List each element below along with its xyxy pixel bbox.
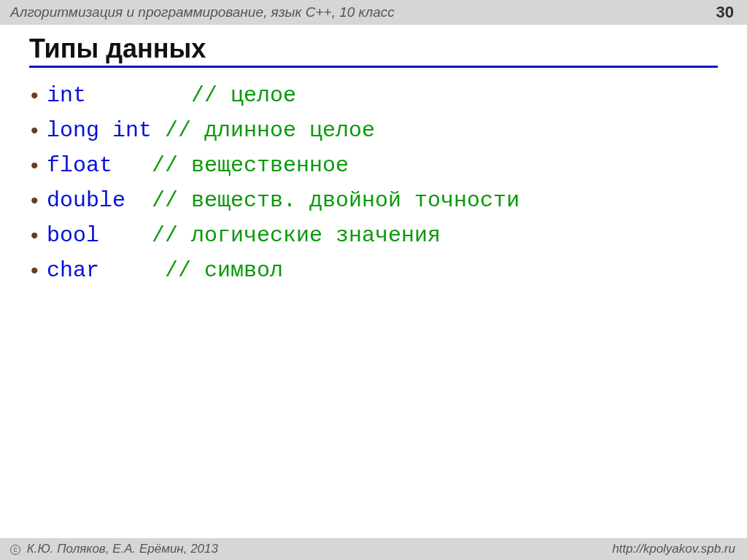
bullet-icon: •: [31, 113, 39, 148]
bullet-icon: •: [31, 183, 39, 218]
list-item: •long int // длинное целое: [47, 113, 718, 148]
copyright: c К.Ю. Поляков, Е.А. Ерёмин, 2013: [10, 542, 218, 556]
list-item: •int // целое: [47, 78, 718, 113]
comment: // символ: [152, 258, 283, 283]
pad: [86, 83, 191, 108]
slide-footer: c К.Ю. Поляков, Е.А. Ерёмин, 2013 http:/…: [0, 538, 747, 560]
course-title: Алгоритмизация и программирование, язык …: [10, 4, 395, 20]
code-list: •int // целое •long int // длинное целое…: [29, 78, 718, 288]
copyright-icon: c: [10, 545, 20, 555]
slide-title: Типы данных: [29, 34, 718, 68]
comment: // вещественное: [152, 153, 349, 178]
bullet-icon: •: [31, 218, 39, 253]
comment: // логические значения: [152, 223, 441, 248]
pad: [125, 188, 152, 213]
list-item: •double // веществ. двойной точности: [47, 183, 718, 218]
keyword: bool: [47, 223, 99, 248]
comment: // целое: [191, 83, 296, 108]
slide-header: Алгоритмизация и программирование, язык …: [0, 0, 747, 25]
pad: [112, 153, 152, 178]
comment: // длинное целое: [165, 118, 375, 143]
pad: [99, 223, 152, 248]
list-item: •char // символ: [47, 253, 718, 288]
keyword: double: [47, 188, 125, 213]
pad: [152, 118, 165, 143]
slide-content: Типы данных •int // целое •long int // д…: [0, 25, 747, 288]
keyword: char: [47, 258, 99, 283]
page-number: 30: [716, 3, 734, 22]
bullet-icon: •: [31, 253, 39, 288]
keyword: int: [47, 83, 86, 108]
keyword: long int: [47, 118, 152, 143]
keyword: float: [47, 153, 112, 178]
footer-url: http://kpolyakov.spb.ru: [612, 542, 735, 556]
bullet-icon: •: [31, 148, 39, 183]
list-item: •float // вещественное: [47, 148, 718, 183]
bullet-icon: •: [31, 78, 39, 113]
list-item: •bool // логические значения: [47, 218, 718, 253]
pad: [99, 258, 152, 283]
comment: // веществ. двойной точности: [152, 188, 519, 213]
